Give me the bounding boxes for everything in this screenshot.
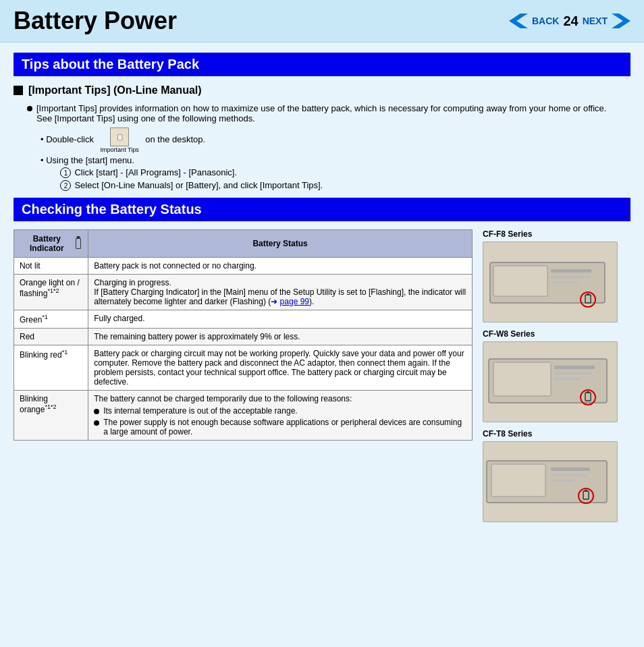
- sub-bullets: • Double-click 📋 Important Tips on the d…: [41, 128, 630, 191]
- circle-2-icon: 2: [60, 180, 71, 191]
- indicator-cell: Red: [14, 329, 88, 345]
- table-row: Green*1 Fully charged.: [14, 310, 473, 329]
- svg-rect-10: [554, 366, 595, 369]
- svg-rect-4: [551, 281, 578, 283]
- cf-f8-image: [483, 242, 618, 322]
- back-arrow-icon[interactable]: [509, 13, 528, 28]
- next-label[interactable]: NEXT: [583, 16, 608, 26]
- section1-header: Tips about the Battery Pack: [14, 53, 630, 76]
- status-cell: The battery cannot be charged temporaril…: [88, 391, 473, 441]
- indicator-cell: Orange light on / flashing*1*2: [14, 275, 88, 310]
- indicator-cell: Blinking orange*1*2: [14, 391, 88, 441]
- page-number: 24: [563, 13, 578, 29]
- nav-controls: BACK 24 NEXT: [509, 13, 630, 29]
- cf-t8-image: [483, 441, 618, 522]
- circle-1-icon: 1: [60, 167, 71, 178]
- indicator-cell: Blinking red*1: [14, 345, 88, 391]
- content-area: Tips about the Battery Pack [Important T…: [0, 43, 644, 536]
- main-body: Battery Indicator Battery Status Not lit…: [14, 229, 630, 526]
- cf-f8-svg: [483, 242, 618, 322]
- battery-indicator-header: Battery Indicator: [21, 234, 81, 253]
- svg-rect-12: [554, 378, 580, 380]
- status-cell: Fully charged.: [88, 310, 473, 329]
- cf-w8-svg: [483, 342, 618, 422]
- next-arrow-icon[interactable]: [612, 13, 630, 28]
- svg-rect-2: [551, 269, 591, 273]
- subsection-title: [Important Tips] (On-Line Manual): [14, 84, 630, 96]
- back-label[interactable]: BACK: [532, 16, 559, 26]
- col1-header: Battery Indicator: [14, 230, 88, 258]
- cf-t8-svg: [483, 442, 618, 522]
- bullet-dot-icon: [27, 106, 32, 111]
- indicator-cell: Green*1: [14, 310, 88, 329]
- page-header: Battery Power BACK 24 NEXT: [0, 0, 644, 43]
- table-row: Orange light on / flashing*1*2 Charging …: [14, 275, 473, 310]
- page99-link[interactable]: page 99: [280, 297, 309, 306]
- tips-section: [Important Tips] provides information on…: [27, 103, 630, 191]
- svg-rect-19: [551, 474, 586, 476]
- table-row: Blinking orange*1*2 The battery cannot b…: [14, 391, 473, 441]
- svg-rect-1: [493, 266, 547, 296]
- status-cell: Battery pack or charging circuit may not…: [88, 345, 473, 391]
- svg-rect-23: [585, 490, 587, 492]
- bullet-dot-icon: [94, 420, 99, 426]
- page-title: Battery Power: [14, 7, 177, 35]
- svg-rect-17: [491, 464, 545, 497]
- desktop-icon: 📋 Important Tips: [101, 128, 139, 153]
- bullet-item-1: [Important Tips] provides information on…: [27, 103, 630, 123]
- table-row: Blinking red*1 Battery pack or charging …: [14, 345, 473, 391]
- cf-t8-label: CF-T8 Series: [483, 429, 630, 439]
- svg-rect-18: [551, 468, 590, 471]
- battery-table-section: Battery Indicator Battery Status Not lit…: [14, 229, 473, 526]
- sub-bullet-2: • Using the [start] menu.: [41, 155, 630, 165]
- battery-status-table: Battery Indicator Battery Status Not lit…: [14, 229, 473, 441]
- device-images-section: CF-F8 Series CF-W8 Series: [483, 229, 630, 526]
- cf-f8-label: CF-F8 Series: [483, 229, 630, 239]
- bullet-1-text: [Important Tips] provides information on…: [36, 103, 606, 123]
- cf-w8-image: [483, 341, 618, 422]
- section2-header: Checking the Battery Status: [14, 198, 630, 221]
- orange-bullet-1: Its internal temperature is out of the a…: [94, 406, 466, 416]
- table-row: Red The remaining battery power is appro…: [14, 329, 473, 345]
- indicator-cell: Not lit: [14, 258, 88, 275]
- sub-bullet-1: • Double-click 📋 Important Tips on the d…: [41, 128, 630, 153]
- bullet-dot-icon: [94, 409, 99, 414]
- svg-rect-3: [551, 276, 591, 278]
- svg-rect-9: [493, 362, 551, 396]
- cf-w8-label: CF-W8 Series: [483, 329, 630, 339]
- svg-rect-7: [587, 293, 589, 296]
- status-cell: The remaining battery power is approxima…: [88, 329, 473, 345]
- battery-icon: [76, 238, 81, 249]
- blinking-orange-bullets: Its internal temperature is out of the a…: [94, 406, 466, 437]
- table-row: Not lit Battery pack is not connected or…: [14, 258, 473, 275]
- orange-bullet-2: The power supply is not enough because s…: [94, 418, 466, 437]
- important-tips-icon: 📋: [110, 128, 129, 146]
- col2-header: Battery Status: [88, 230, 473, 258]
- black-square-icon: [14, 86, 23, 95]
- status-cell: Charging in progress. If [Battery Chargi…: [88, 275, 473, 310]
- svg-rect-11: [554, 372, 591, 374]
- svg-rect-15: [587, 391, 589, 393]
- numbered-item-1: 1 Click [start] - [All Programs] - [Pana…: [47, 167, 630, 178]
- numbered-item-2: 2 Select [On-Line Manuals] or [Battery],…: [47, 180, 630, 191]
- svg-rect-20: [551, 480, 574, 482]
- status-cell: Battery pack is not connected or no char…: [88, 258, 473, 275]
